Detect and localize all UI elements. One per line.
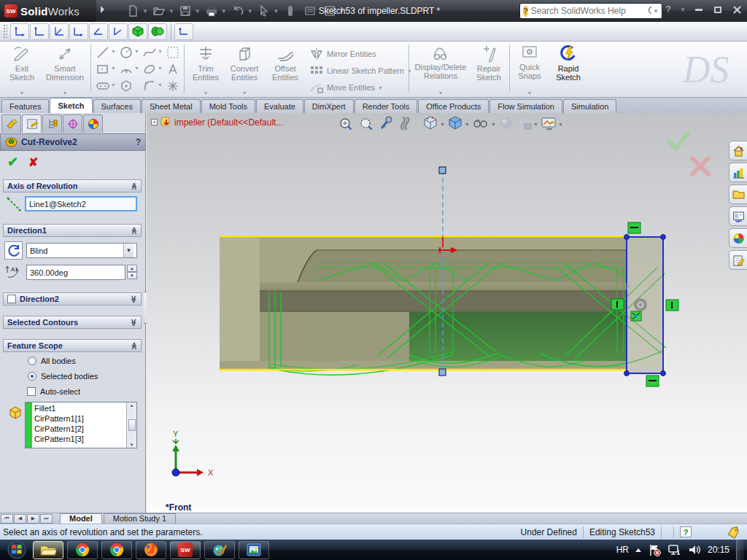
first-tab-button[interactable]: ⏮ (1, 514, 13, 524)
language-indicator[interactable]: HR (616, 545, 629, 555)
relation-dot-icon[interactable] (634, 298, 647, 311)
display-delete-relations-button[interactable]: Display/Delete Relations▼ (413, 43, 468, 96)
save-button[interactable] (177, 2, 194, 20)
resources-button[interactable] (729, 141, 747, 160)
tab-surfaces[interactable]: Surfaces (93, 99, 141, 113)
menu-expand-icon[interactable] (101, 6, 104, 13)
direction2-header[interactable]: Direction2≫ (3, 292, 142, 306)
view-yx-button[interactable] (10, 23, 29, 40)
view-xz2-button[interactable] (174, 23, 193, 40)
angle-spinner[interactable]: ▲▼ (127, 265, 137, 279)
custom-properties-button[interactable] (729, 250, 747, 270)
end-condition-dropdown[interactable]: Blind ▼ (26, 243, 137, 258)
rectangle-dropdown-icon[interactable]: ▼ (111, 66, 116, 71)
dropdown-icon[interactable]: ▼ (527, 90, 533, 96)
tab-evaluate[interactable]: Evaluate (256, 99, 303, 113)
all-bodies-radio[interactable] (28, 357, 36, 365)
taskbar-explorer-button[interactable] (33, 541, 63, 559)
angle-input[interactable]: 360.00deg (26, 265, 125, 280)
vertical-relation-icon[interactable] (666, 300, 678, 311)
smart-dimension-button[interactable]: Smart Dimension▼ (42, 43, 88, 96)
taskbar-paint-button[interactable] (204, 541, 235, 559)
collapse-chevron-icon[interactable]: ≫ (129, 227, 137, 234)
dropdown-icon[interactable]: ▼ (63, 90, 68, 96)
undo-dropdown-icon[interactable]: ▼ (247, 8, 253, 15)
auto-select-option[interactable]: Auto-select (27, 387, 80, 396)
search-dropdown-icon[interactable]: ▼ (653, 8, 659, 15)
circle-tool-button[interactable] (118, 44, 134, 61)
cancel-x-icon[interactable] (692, 158, 708, 174)
prev-tab-button[interactable]: ◀ (14, 514, 26, 524)
tab-simulation[interactable]: Simulation (563, 99, 616, 113)
file-explorer-button[interactable] (729, 184, 747, 204)
pattern-dropdown-icon[interactable]: ▼ (407, 69, 412, 74)
show-desktop-button[interactable] (736, 540, 744, 560)
sketch-picture-button[interactable] (165, 44, 181, 61)
tab-render-tools[interactable]: Render Tools (355, 99, 418, 113)
clock[interactable]: 20:15 (708, 545, 729, 555)
cancel-button[interactable]: ✘ (28, 155, 38, 169)
list-item[interactable]: Fillet1 (34, 403, 124, 413)
new-dropdown-icon[interactable]: ▼ (142, 8, 148, 15)
configuration-manager-tab[interactable] (42, 114, 62, 133)
all-bodies-option[interactable]: All bodies (28, 357, 76, 365)
list-item[interactable]: CirPattern1[1] (34, 413, 124, 424)
vertical-relation-icon[interactable] (611, 299, 624, 310)
circle-dropdown-icon[interactable]: ▼ (134, 49, 139, 54)
tab-dimxpert[interactable]: DimXpert (304, 99, 354, 113)
repair-sketch-button[interactable]: Repair Sketch (471, 43, 506, 96)
quick-snaps-button[interactable]: Quick Snaps▼ (512, 43, 547, 96)
volume-icon[interactable] (688, 544, 701, 556)
search-box[interactable]: ? ▼ (519, 3, 662, 19)
select-button[interactable] (255, 2, 273, 20)
print-button[interactable] (203, 2, 220, 20)
tab-office-products[interactable]: Office Products (418, 99, 489, 113)
taskbar-solidworks-button[interactable]: SW (170, 541, 201, 559)
spin-up-icon[interactable]: ▲ (127, 265, 137, 272)
collapse-chevron-icon[interactable]: ≫ (129, 182, 137, 190)
display-manager-tab[interactable] (83, 114, 103, 133)
view-palette-button[interactable] (729, 206, 747, 226)
expand-chevron-icon[interactable]: ≫ (129, 295, 137, 303)
trim-entities-button[interactable]: Trim Entities▼ (188, 43, 223, 96)
scroll-up-icon[interactable]: ▲ (130, 403, 134, 408)
minimize-button[interactable] (693, 4, 705, 15)
direction1-header[interactable]: Direction1≫ (3, 224, 142, 237)
selected-bodies-option[interactable]: Selected bodies (28, 372, 98, 381)
new-document-button[interactable] (124, 2, 142, 20)
taskbar-chrome-button[interactable] (67, 541, 98, 559)
coincident-relation-icon[interactable] (631, 311, 641, 321)
show-hidden-icons-button[interactable] (635, 548, 641, 552)
slot-dropdown-icon[interactable]: ▼ (111, 82, 116, 88)
view-xy-button[interactable] (69, 23, 88, 40)
dimxpert-manager-tab[interactable] (63, 114, 82, 133)
ok-button[interactable]: ✔ (7, 154, 18, 170)
line-tool-button[interactable] (95, 44, 111, 61)
spin-down-icon[interactable]: ▼ (127, 272, 137, 279)
appearances-button[interactable] (729, 228, 747, 248)
collapse-chevron-icon[interactable]: ≫ (129, 342, 137, 349)
expand-chevron-icon[interactable]: ≫ (129, 319, 137, 326)
tab-features[interactable]: Features (1, 99, 49, 113)
search-icon[interactable] (647, 5, 651, 17)
scroll-thumb[interactable] (128, 419, 136, 431)
spline-tool-button[interactable] (142, 44, 158, 61)
feature-tree-tab[interactable] (1, 114, 21, 133)
ellipse-tool-button[interactable] (142, 61, 158, 77)
property-manager-tab[interactable] (22, 114, 42, 133)
list-item[interactable]: CirPattern1[2] (34, 424, 124, 434)
fillet-tool-button[interactable] (142, 78, 158, 94)
line-dropdown-icon[interactable]: ▼ (111, 49, 116, 54)
solidworks-logo[interactable]: SW SolidWorks (0, 0, 96, 22)
app-help-button[interactable]: ? (662, 4, 674, 15)
start-button[interactable] (4, 540, 29, 559)
rapid-sketch-button[interactable]: Rapid Sketch (550, 43, 587, 96)
axis-selection-field[interactable]: Line1@Sketch2 (25, 196, 137, 211)
action-center-flag-icon[interactable] (648, 544, 661, 556)
dropdown-icon[interactable]: ▼ (438, 90, 444, 96)
panel-help-button[interactable]: ? (136, 137, 141, 147)
undo-button[interactable] (229, 2, 247, 20)
horizontal-relation-icon[interactable] (646, 376, 659, 386)
model-canvas[interactable]: X Y (147, 113, 747, 513)
isometric-view-button[interactable] (128, 23, 147, 40)
